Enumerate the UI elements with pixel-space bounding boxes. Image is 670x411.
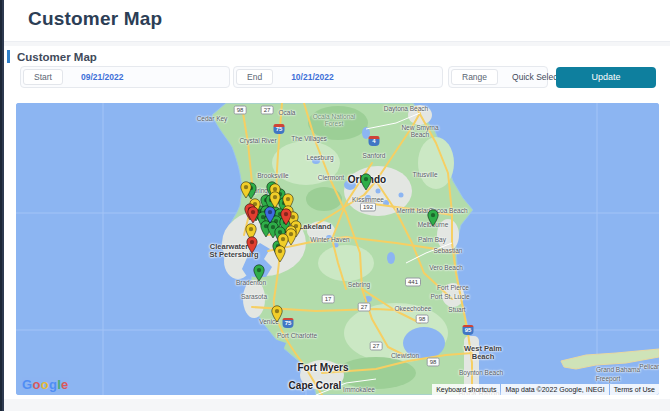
start-date-field[interactable]: Start 09/21/2022 [20,66,230,88]
end-date-field[interactable]: End 10/21/2022 [233,66,443,88]
range-label: Range [451,69,498,85]
map-city-label: Okeechobee [395,305,432,312]
map-city-label: Sanford [363,152,386,159]
interstate-shield-icon: 95 [463,325,474,335]
google-logo-letter: G [22,377,32,392]
red-map-pin-icon[interactable] [247,206,259,224]
interstate-shield-icon: 75 [283,318,294,328]
map-city-label: Leesburg [306,154,333,161]
start-date-label: Start [23,69,63,85]
map-city-label: Ocala [279,109,296,116]
map-city-label: Grand Bahama [596,366,640,373]
map-city-label: Cape Coral [289,380,342,391]
us-route-shield-icon: 98 [427,358,440,367]
google-logo[interactable]: Google [22,377,69,392]
map-city-label: Cedar Key [197,115,228,122]
map-city-label: Kissimmee [352,196,384,203]
section-title: Customer Map [17,51,97,63]
map-overlay: Cedar KeyOcalaOcala National ForestDayto… [16,103,659,395]
red-map-pin-icon[interactable] [280,208,292,226]
map-city-label: Fort Myers [297,362,348,373]
us-route-shield-icon: 192 [360,203,376,212]
map-city-label: The Villages [291,135,327,142]
map-city-label: New Smyrna Beach [397,124,443,138]
map-city-label: Palm Bay [418,236,446,243]
us-route-shield-icon: 27 [358,303,371,312]
us-route-shield-icon: 98 [416,315,429,324]
filter-toolbar: Start 09/21/2022 End 10/21/2022 Range Qu… [20,66,656,88]
map-city-label: West Palm Beach [460,345,506,362]
map-city-label: Vero Beach [429,264,463,271]
google-logo-letter: e [61,377,69,392]
yellow-map-pin-icon[interactable] [271,305,283,323]
us-route-shield-icon: 27 [261,106,274,115]
update-button[interactable]: Update [556,67,656,88]
red-map-pin-icon[interactable] [246,236,258,254]
customer-map-page: Customer Map Customer Map Start 09/21/20… [0,0,670,411]
map-attribution-bar: Keyboard shortcutsMap data ©2022 Google,… [431,384,659,395]
map-city-label: Freeport [596,375,621,382]
us-route-shield-icon: 27 [370,342,383,351]
map-city-label: Lakeland [299,223,332,231]
map-city-label: Winter Haven [310,236,349,243]
us-route-shield-icon: 98 [234,106,247,115]
interstate-shield-icon: 75 [274,124,285,134]
map-city-label: Sebring [348,281,370,288]
end-date-label: End [236,69,273,85]
blue-map-pin-icon[interactable] [264,206,276,224]
map-city-label: Stuart [448,306,465,313]
map-city-label: Titusville [412,171,437,178]
us-route-shield-icon: 17 [322,295,335,304]
map-city-label: Ocala National Forest [309,113,359,127]
customer-map-canvas[interactable]: Cedar KeyOcalaOcala National ForestDayto… [16,103,659,395]
section-accent-bar [7,50,10,63]
map-city-label: Fort Pierce [437,284,469,291]
map-city-label: Sarasota [241,293,267,300]
green-map-pin-icon[interactable] [360,173,372,191]
green-map-pin-icon[interactable] [253,264,265,282]
end-date-value[interactable]: 10/21/2022 [291,72,334,82]
start-date-value[interactable]: 09/21/2022 [81,72,124,82]
google-logo-letter: g [49,377,57,392]
us-route-shield-icon: 441 [405,278,421,287]
map-city-label: Clewiston [391,352,419,359]
map-city-label: Pelican [639,363,659,370]
map-city-label: Immokalee [343,386,375,393]
map-city-label: Clermont [318,174,344,181]
map-city-label: Sebastian [434,247,463,254]
map-city-label: Daytona Beach [384,105,428,112]
page-title: Customer Map [28,8,162,30]
section-header: Customer Map [7,50,97,63]
yellow-map-pin-icon[interactable] [240,181,252,199]
range-select-field[interactable]: Range Quick Select [448,66,548,88]
range-value[interactable]: Quick Select [512,72,560,82]
map-city-label: Brooksville [257,172,288,179]
map-city-label: Port Charlotte [277,332,317,339]
google-logo-letter: o [32,377,40,392]
map-city-label: Crystal River [239,137,276,144]
google-logo-letter: o [41,377,49,392]
map-data-credit: Map data ©2022 Google, INEGI [501,384,608,395]
interstate-shield-icon: 4 [369,136,380,146]
attribution-link[interactable]: Keyboard shortcuts [432,384,500,395]
map-city-label: Port St. Lucie [430,293,469,300]
yellow-map-pin-icon[interactable] [274,245,286,263]
attribution-link[interactable]: Terms of Use [610,384,659,395]
green-map-pin-icon[interactable] [427,209,439,227]
map-city-label: Boynton Beach [459,369,503,376]
